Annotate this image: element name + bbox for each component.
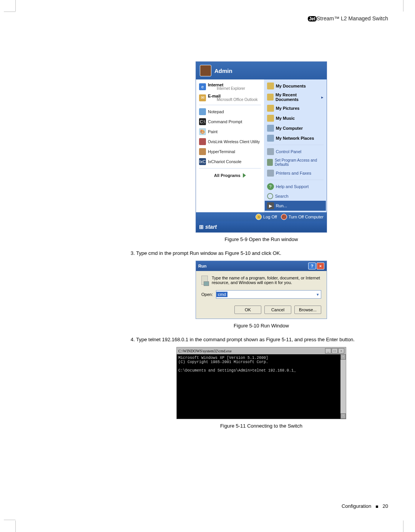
start-menu-header: Admin	[196, 62, 327, 79]
help-icon: ?	[267, 183, 274, 190]
cmd-line-1: Microsoft Windows XP [Version 5.1.2600]	[178, 356, 344, 360]
music-icon	[267, 115, 274, 122]
scroll-up-icon[interactable]: ▴	[340, 354, 346, 360]
footer-section: Configuration	[342, 503, 371, 509]
app-ovislink[interactable]: OvisLink Wireless Client Utility	[197, 137, 263, 147]
app-cmd[interactable]: C:\Command Prompt	[197, 117, 263, 127]
close-button[interactable]: ×	[338, 348, 344, 354]
scroll-down-icon[interactable]: ▾	[340, 413, 346, 419]
power-icon: ⏻	[281, 214, 287, 220]
cmd-line-3: C:\Documents and Settings\Admin>telnet 1…	[178, 368, 344, 373]
open-combobox[interactable]: cmd ▾	[216, 290, 321, 299]
cancel-button[interactable]: Cancel	[264, 306, 291, 314]
folder-icon	[267, 83, 274, 89]
run-dialog-icon	[201, 276, 208, 285]
search-icon	[267, 193, 273, 199]
control-panel-icon	[267, 148, 274, 155]
open-value: cmd	[216, 292, 227, 297]
outlook-icon: ✉	[199, 94, 206, 101]
run-icon: ▶	[267, 202, 274, 209]
cmd-titlebar: C:\WINDOWS\system32\cmd.exe _ □ ×	[177, 347, 346, 354]
run-titlebar: Run ? ×	[196, 261, 327, 271]
search[interactable]: Search	[265, 192, 326, 201]
header-brand: JetStream™ L2 Managed Switch	[308, 15, 388, 21]
minimize-button[interactable]: _	[325, 348, 331, 354]
run-dialog: Run ? × Type the name of a program, fold…	[196, 261, 327, 319]
network-icon	[267, 135, 274, 142]
logoff-icon: ⎋	[256, 214, 262, 220]
open-label: Open:	[201, 292, 213, 297]
log-off-button[interactable]: ⎋Log Off	[256, 214, 277, 220]
brand-jet: Jet	[308, 16, 317, 21]
footer-page: 20	[383, 503, 388, 509]
notepad-icon	[199, 108, 206, 115]
set-program-access[interactable]: Set Program Access and Defaults	[265, 157, 326, 168]
program-access-icon	[267, 159, 273, 166]
my-network-places[interactable]: My Network Places	[265, 133, 326, 143]
separator-square-icon	[376, 506, 378, 508]
printers-faxes[interactable]: Printers and Faxes	[265, 168, 326, 178]
ixchariot-icon: IxC	[199, 158, 206, 165]
run[interactable]: ▶Run...	[265, 201, 326, 211]
paint-icon: 🎨	[199, 128, 206, 135]
printer-icon	[267, 170, 274, 177]
run-description: Type the name of a program, folder, docu…	[212, 276, 321, 285]
app-notepad[interactable]: Notepad	[197, 107, 263, 117]
figure-5-9-caption: Figure 5-9 Open the Run window	[123, 236, 400, 242]
brand-stream: Stream™	[317, 15, 339, 21]
computer-icon	[267, 125, 274, 132]
turn-off-button[interactable]: ⏻Turn Off Computer	[281, 214, 324, 220]
figure-5-10-caption: Figure 5-10 Run Window	[123, 323, 400, 329]
user-avatar-icon	[200, 65, 211, 76]
arrow-right-icon	[243, 173, 246, 178]
pinned-email[interactable]: ✉ E-mail Microsoft Office Outlook	[197, 92, 263, 103]
my-recent-documents[interactable]: My Recent Documents▸	[265, 91, 326, 103]
cmd-line-2: (C) Copyright 1985-2001 Microsoft Corp.	[178, 360, 344, 364]
cmd-icon: C:\	[199, 118, 206, 125]
my-documents[interactable]: My Documents	[265, 81, 326, 91]
help-button[interactable]: ?	[308, 263, 316, 269]
pictures-icon	[267, 105, 274, 112]
app-hyperterminal[interactable]: HyperTerminal	[197, 147, 263, 157]
help-support[interactable]: ?Help and Support	[265, 182, 326, 192]
my-pictures[interactable]: My Pictures	[265, 103, 326, 113]
scrollbar[interactable]: ▴ ▾	[340, 354, 346, 419]
control-panel[interactable]: Control Panel	[265, 147, 326, 157]
command-prompt-window: C:\WINDOWS\system32\cmd.exe _ □ × Micros…	[176, 347, 346, 419]
chevron-right-icon: ▸	[321, 95, 324, 100]
step-3: 3. Type cmd in the prompt Run window as …	[131, 250, 384, 257]
app-paint[interactable]: 🎨Paint	[197, 127, 263, 137]
figure-5-11-caption: Figure 5-11 Connecting to the Switch	[123, 423, 400, 429]
maximize-button[interactable]: □	[332, 348, 338, 354]
pinned-internet[interactable]: e Internet Internet Explorer	[197, 81, 263, 92]
wireless-icon	[199, 138, 206, 145]
step-4: 4. Type telnet 192.168.0.1 in the comman…	[131, 336, 384, 343]
product-name: L2 Managed Switch	[341, 15, 388, 21]
taskbar-start[interactable]: ⊞ start	[196, 221, 327, 232]
terminal-area[interactable]: Microsoft Windows XP [Version 5.1.2600] …	[177, 354, 346, 419]
internet-sub: Internet Explorer	[217, 86, 245, 91]
dropdown-icon[interactable]: ▾	[315, 292, 321, 297]
close-button[interactable]: ×	[317, 263, 324, 269]
start-menu: Admin e Internet Internet Explorer ✉ E-m…	[196, 61, 327, 233]
ie-icon: e	[199, 83, 206, 90]
browse-button[interactable]: Browse...	[294, 306, 321, 314]
email-sub: Microsoft Office Outlook	[217, 97, 258, 102]
run-title: Run	[198, 264, 206, 268]
app-ixchariot[interactable]: IxCIxChariot Console	[197, 157, 263, 167]
cmd-title: C:\WINDOWS\system32\cmd.exe	[178, 349, 232, 353]
all-programs[interactable]: All Programs	[197, 170, 263, 181]
ok-button[interactable]: OK	[234, 306, 261, 314]
user-name: Admin	[214, 68, 232, 74]
hyperterminal-icon	[199, 148, 206, 155]
my-computer[interactable]: My Computer	[265, 123, 326, 133]
start-menu-footer: ⎋Log Off ⏻Turn Off Computer	[196, 212, 327, 221]
folder-clock-icon	[267, 94, 274, 101]
page-footer: Configuration 20	[342, 503, 388, 509]
my-music[interactable]: My Music	[265, 113, 326, 123]
